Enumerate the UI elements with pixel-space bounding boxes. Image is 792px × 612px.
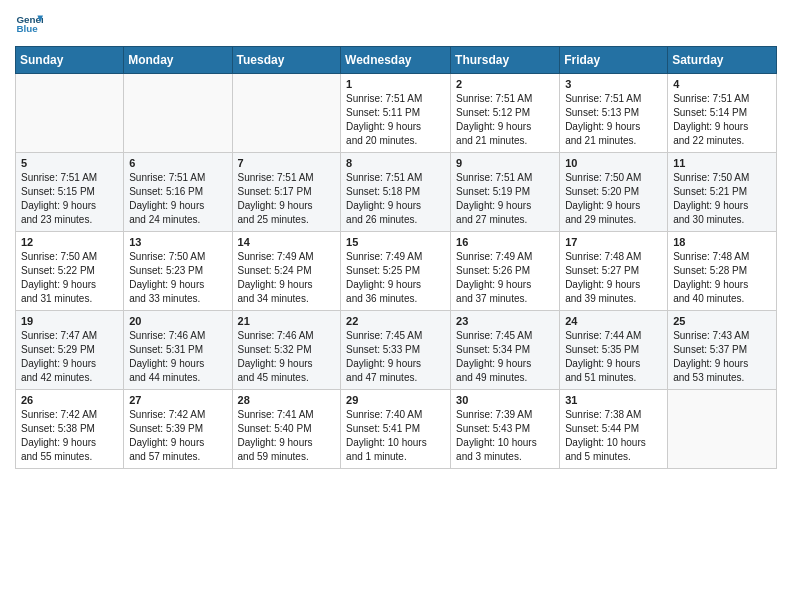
day-number: 30: [456, 394, 554, 406]
page: General Blue SundayMondayTuesdayWednesda…: [0, 0, 792, 484]
day-number: 6: [129, 157, 226, 169]
day-number: 31: [565, 394, 662, 406]
logo-icon: General Blue: [15, 10, 43, 38]
calendar-cell: 7Sunrise: 7:51 AM Sunset: 5:17 PM Daylig…: [232, 153, 341, 232]
day-number: 21: [238, 315, 336, 327]
day-number: 28: [238, 394, 336, 406]
day-number: 9: [456, 157, 554, 169]
day-info: Sunrise: 7:51 AM Sunset: 5:17 PM Dayligh…: [238, 171, 336, 227]
calendar-cell: 20Sunrise: 7:46 AM Sunset: 5:31 PM Dayli…: [124, 311, 232, 390]
calendar-cell: 14Sunrise: 7:49 AM Sunset: 5:24 PM Dayli…: [232, 232, 341, 311]
day-info: Sunrise: 7:41 AM Sunset: 5:40 PM Dayligh…: [238, 408, 336, 464]
calendar-header-row: SundayMondayTuesdayWednesdayThursdayFrid…: [16, 47, 777, 74]
day-info: Sunrise: 7:49 AM Sunset: 5:26 PM Dayligh…: [456, 250, 554, 306]
day-number: 23: [456, 315, 554, 327]
calendar-cell: 1Sunrise: 7:51 AM Sunset: 5:11 PM Daylig…: [341, 74, 451, 153]
day-info: Sunrise: 7:50 AM Sunset: 5:22 PM Dayligh…: [21, 250, 118, 306]
day-number: 27: [129, 394, 226, 406]
calendar-cell: 22Sunrise: 7:45 AM Sunset: 5:33 PM Dayli…: [341, 311, 451, 390]
calendar-week-row: 12Sunrise: 7:50 AM Sunset: 5:22 PM Dayli…: [16, 232, 777, 311]
day-info: Sunrise: 7:50 AM Sunset: 5:20 PM Dayligh…: [565, 171, 662, 227]
calendar-cell: 19Sunrise: 7:47 AM Sunset: 5:29 PM Dayli…: [16, 311, 124, 390]
day-number: 16: [456, 236, 554, 248]
day-number: 13: [129, 236, 226, 248]
calendar-cell: 23Sunrise: 7:45 AM Sunset: 5:34 PM Dayli…: [451, 311, 560, 390]
day-number: 8: [346, 157, 445, 169]
day-info: Sunrise: 7:39 AM Sunset: 5:43 PM Dayligh…: [456, 408, 554, 464]
logo: General Blue: [15, 10, 43, 38]
day-info: Sunrise: 7:40 AM Sunset: 5:41 PM Dayligh…: [346, 408, 445, 464]
calendar-cell: 16Sunrise: 7:49 AM Sunset: 5:26 PM Dayli…: [451, 232, 560, 311]
day-number: 18: [673, 236, 771, 248]
calendar-cell: 25Sunrise: 7:43 AM Sunset: 5:37 PM Dayli…: [668, 311, 777, 390]
day-info: Sunrise: 7:48 AM Sunset: 5:28 PM Dayligh…: [673, 250, 771, 306]
calendar-week-row: 26Sunrise: 7:42 AM Sunset: 5:38 PM Dayli…: [16, 390, 777, 469]
day-number: 10: [565, 157, 662, 169]
day-number: 11: [673, 157, 771, 169]
calendar-cell: 8Sunrise: 7:51 AM Sunset: 5:18 PM Daylig…: [341, 153, 451, 232]
calendar-cell: 11Sunrise: 7:50 AM Sunset: 5:21 PM Dayli…: [668, 153, 777, 232]
day-number: 14: [238, 236, 336, 248]
day-number: 22: [346, 315, 445, 327]
day-info: Sunrise: 7:51 AM Sunset: 5:19 PM Dayligh…: [456, 171, 554, 227]
day-info: Sunrise: 7:50 AM Sunset: 5:23 PM Dayligh…: [129, 250, 226, 306]
day-info: Sunrise: 7:51 AM Sunset: 5:11 PM Dayligh…: [346, 92, 445, 148]
calendar-cell: 18Sunrise: 7:48 AM Sunset: 5:28 PM Dayli…: [668, 232, 777, 311]
calendar-cell: 6Sunrise: 7:51 AM Sunset: 5:16 PM Daylig…: [124, 153, 232, 232]
calendar-cell: 12Sunrise: 7:50 AM Sunset: 5:22 PM Dayli…: [16, 232, 124, 311]
day-number: 20: [129, 315, 226, 327]
day-info: Sunrise: 7:51 AM Sunset: 5:13 PM Dayligh…: [565, 92, 662, 148]
day-number: 7: [238, 157, 336, 169]
calendar-week-row: 5Sunrise: 7:51 AM Sunset: 5:15 PM Daylig…: [16, 153, 777, 232]
calendar-day-header: Friday: [560, 47, 668, 74]
day-number: 3: [565, 78, 662, 90]
day-info: Sunrise: 7:42 AM Sunset: 5:39 PM Dayligh…: [129, 408, 226, 464]
calendar-cell: 28Sunrise: 7:41 AM Sunset: 5:40 PM Dayli…: [232, 390, 341, 469]
calendar-day-header: Monday: [124, 47, 232, 74]
calendar-cell: [16, 74, 124, 153]
calendar-cell: 24Sunrise: 7:44 AM Sunset: 5:35 PM Dayli…: [560, 311, 668, 390]
calendar-cell: 27Sunrise: 7:42 AM Sunset: 5:39 PM Dayli…: [124, 390, 232, 469]
day-number: 5: [21, 157, 118, 169]
day-info: Sunrise: 7:38 AM Sunset: 5:44 PM Dayligh…: [565, 408, 662, 464]
day-info: Sunrise: 7:45 AM Sunset: 5:34 PM Dayligh…: [456, 329, 554, 385]
day-info: Sunrise: 7:50 AM Sunset: 5:21 PM Dayligh…: [673, 171, 771, 227]
day-number: 12: [21, 236, 118, 248]
day-info: Sunrise: 7:51 AM Sunset: 5:18 PM Dayligh…: [346, 171, 445, 227]
calendar-cell: 15Sunrise: 7:49 AM Sunset: 5:25 PM Dayli…: [341, 232, 451, 311]
calendar-day-header: Tuesday: [232, 47, 341, 74]
calendar-cell: 26Sunrise: 7:42 AM Sunset: 5:38 PM Dayli…: [16, 390, 124, 469]
calendar-cell: 3Sunrise: 7:51 AM Sunset: 5:13 PM Daylig…: [560, 74, 668, 153]
calendar-cell: 5Sunrise: 7:51 AM Sunset: 5:15 PM Daylig…: [16, 153, 124, 232]
day-info: Sunrise: 7:51 AM Sunset: 5:14 PM Dayligh…: [673, 92, 771, 148]
calendar-cell: 9Sunrise: 7:51 AM Sunset: 5:19 PM Daylig…: [451, 153, 560, 232]
day-info: Sunrise: 7:51 AM Sunset: 5:15 PM Dayligh…: [21, 171, 118, 227]
day-info: Sunrise: 7:51 AM Sunset: 5:12 PM Dayligh…: [456, 92, 554, 148]
calendar-day-header: Wednesday: [341, 47, 451, 74]
day-number: 19: [21, 315, 118, 327]
day-number: 26: [21, 394, 118, 406]
calendar-cell: 21Sunrise: 7:46 AM Sunset: 5:32 PM Dayli…: [232, 311, 341, 390]
day-number: 4: [673, 78, 771, 90]
day-number: 29: [346, 394, 445, 406]
day-number: 2: [456, 78, 554, 90]
day-info: Sunrise: 7:43 AM Sunset: 5:37 PM Dayligh…: [673, 329, 771, 385]
day-info: Sunrise: 7:45 AM Sunset: 5:33 PM Dayligh…: [346, 329, 445, 385]
calendar-cell: 17Sunrise: 7:48 AM Sunset: 5:27 PM Dayli…: [560, 232, 668, 311]
header: General Blue: [15, 10, 777, 38]
calendar-week-row: 1Sunrise: 7:51 AM Sunset: 5:11 PM Daylig…: [16, 74, 777, 153]
calendar-cell: 2Sunrise: 7:51 AM Sunset: 5:12 PM Daylig…: [451, 74, 560, 153]
svg-text:Blue: Blue: [16, 23, 38, 34]
calendar-cell: 29Sunrise: 7:40 AM Sunset: 5:41 PM Dayli…: [341, 390, 451, 469]
day-info: Sunrise: 7:51 AM Sunset: 5:16 PM Dayligh…: [129, 171, 226, 227]
calendar-table: SundayMondayTuesdayWednesdayThursdayFrid…: [15, 46, 777, 469]
calendar-cell: 31Sunrise: 7:38 AM Sunset: 5:44 PM Dayli…: [560, 390, 668, 469]
day-number: 15: [346, 236, 445, 248]
day-info: Sunrise: 7:48 AM Sunset: 5:27 PM Dayligh…: [565, 250, 662, 306]
day-number: 17: [565, 236, 662, 248]
day-info: Sunrise: 7:46 AM Sunset: 5:32 PM Dayligh…: [238, 329, 336, 385]
calendar-day-header: Saturday: [668, 47, 777, 74]
calendar-day-header: Thursday: [451, 47, 560, 74]
calendar-cell: [232, 74, 341, 153]
calendar-cell: 13Sunrise: 7:50 AM Sunset: 5:23 PM Dayli…: [124, 232, 232, 311]
